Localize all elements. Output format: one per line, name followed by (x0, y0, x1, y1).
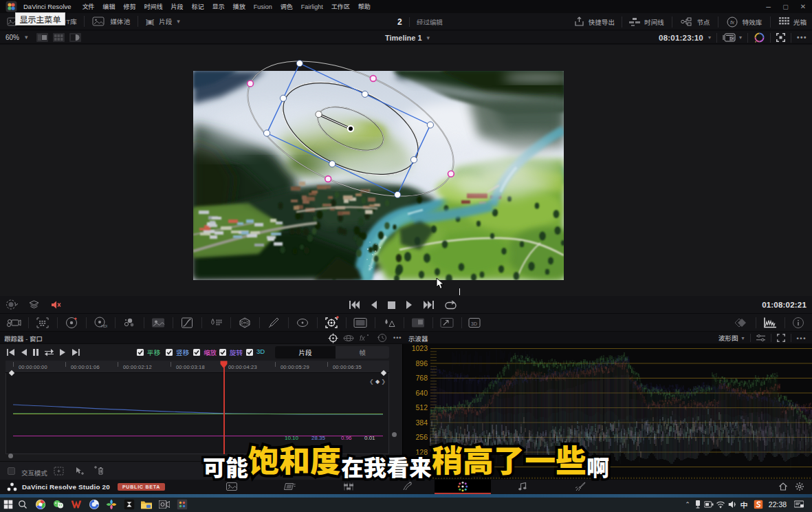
svg-text:896: 896 (415, 359, 428, 367)
svg-text:3D: 3D (471, 321, 477, 326)
svg-text:640: 640 (415, 389, 428, 397)
svg-text:768: 768 (415, 374, 428, 382)
svg-text:1023: 1023 (412, 344, 428, 352)
svg-text:HDR: HDR (101, 324, 107, 328)
svg-text:384: 384 (415, 418, 428, 427)
svg-text:512: 512 (415, 403, 428, 412)
svg-text:fx: fx (730, 19, 735, 25)
svg-text:fx: fx (360, 334, 366, 342)
svg-text:HQ: HQ (729, 37, 734, 41)
